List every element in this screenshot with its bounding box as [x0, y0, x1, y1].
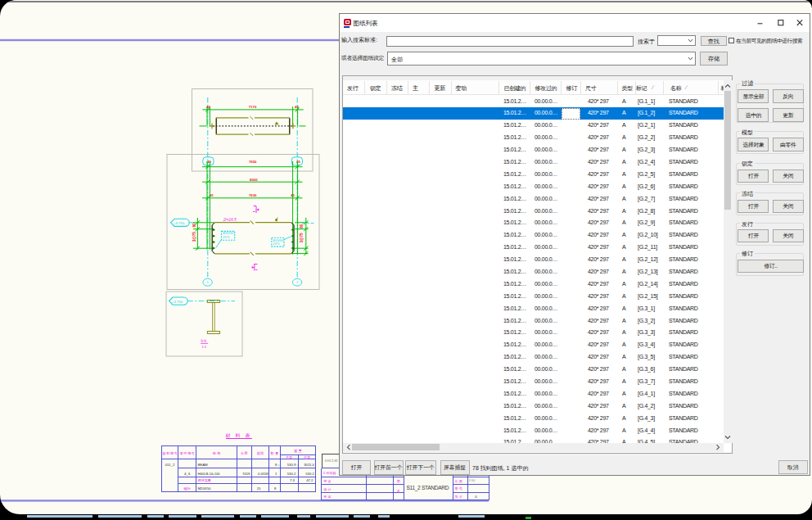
svg-text:图 号: 图 号 [455, 486, 462, 491]
svg-text:3011.0: 3011.0 [304, 463, 314, 467]
svg-text:x: x [297, 463, 299, 467]
svg-text:8: 8 [274, 486, 277, 491]
svg-text:单重: 单重 [286, 455, 293, 459]
svg-text:40: 40 [206, 105, 210, 109]
svg-text:比 例: 比 例 [455, 479, 462, 484]
svg-text:版 次: 版 次 [455, 495, 462, 499]
svg-text:7.3: 7.3 [290, 478, 295, 482]
svg-text:2l=24.5: 2l=24.5 [223, 218, 237, 222]
svg-text:BEAM: BEAM [198, 463, 209, 467]
svg-text:XXX工程: XXX工程 [325, 459, 338, 463]
svg-text:M20X60: M20X60 [273, 239, 283, 242]
svg-text:设 计: 设 计 [323, 487, 331, 491]
svg-text:图: 图 [397, 479, 400, 483]
svg-text:60: 60 [300, 224, 304, 228]
svg-text:材料编号: 材料编号 [162, 451, 178, 456]
svg-text:3@75: 3@75 [300, 233, 304, 243]
svg-text:零件编号: 零件编号 [180, 451, 195, 455]
svg-text:60: 60 [192, 223, 196, 228]
svg-text:40: 40 [207, 160, 211, 164]
svg-text:530.9: 530.9 [287, 463, 296, 467]
svg-text:焊缝重量: 焊缝重量 [197, 478, 211, 482]
svg-text:H400-B-14+100: H400-B-14+100 [198, 473, 220, 476]
svg-text:2: 2 [296, 280, 299, 284]
svg-text:7170: 7170 [249, 105, 257, 109]
svg-text:4_6: 4_6 [184, 472, 191, 476]
svg-text:+3.750: +3.750 [172, 300, 183, 304]
svg-text:S11_2 STANDARD: S11_2 STANDARD [407, 485, 449, 491]
svg-text:数量: 数量 [270, 451, 278, 455]
svg-text:审 定: 审 定 [323, 495, 331, 499]
svg-text:40: 40 [295, 105, 299, 109]
svg-text:M20X60: M20X60 [223, 232, 233, 235]
svg-text:45: 45 [296, 160, 300, 164]
svg-text:0: 0 [475, 495, 477, 499]
svg-text:1:5: 1:5 [201, 345, 207, 349]
svg-text:长度: 长度 [241, 451, 248, 455]
svg-text:7630: 7630 [249, 193, 257, 197]
svg-text:螺栓: 螺栓 [184, 486, 191, 491]
svg-text:材 料 表: 材 料 表 [224, 432, 251, 439]
svg-text:15: 15 [257, 486, 261, 491]
svg-text:材质: 材质 [256, 451, 264, 456]
svg-text:+3.750: +3.750 [174, 221, 185, 225]
svg-text:M20X50: M20X50 [198, 486, 212, 491]
svg-text:审 查: 审 查 [323, 479, 331, 483]
svg-text:530.2: 530.2 [287, 472, 296, 476]
svg-text:2X75: 2X75 [273, 242, 279, 246]
svg-text:7419: 7419 [242, 472, 250, 476]
svg-text:工程名称: 工程名称 [323, 471, 336, 475]
svg-text:总重: 总重 [303, 455, 311, 459]
svg-text:8000: 8000 [250, 178, 258, 182]
svg-text:2X75: 2X75 [223, 236, 229, 239]
svg-text:b-b: b-b [201, 339, 207, 343]
svg-text:x: x [278, 463, 280, 467]
svg-text:名: 名 [397, 489, 400, 493]
svg-text:0.0558: 0.0558 [258, 472, 268, 476]
svg-text:规 格: 规 格 [213, 451, 221, 455]
svg-text:3@75: 3@75 [192, 232, 196, 242]
svg-text:530.2: 530.2 [305, 472, 314, 476]
svg-text:47.2: 47.2 [306, 478, 314, 482]
svg-text:1:50: 1:50 [469, 478, 476, 482]
svg-text:7650: 7650 [249, 160, 257, 164]
svg-text:重 量: 重 量 [294, 449, 302, 453]
svg-text:1: 1 [275, 472, 277, 476]
svg-text:1: 1 [206, 280, 209, 284]
svg-text:011_2: 011_2 [165, 463, 175, 467]
